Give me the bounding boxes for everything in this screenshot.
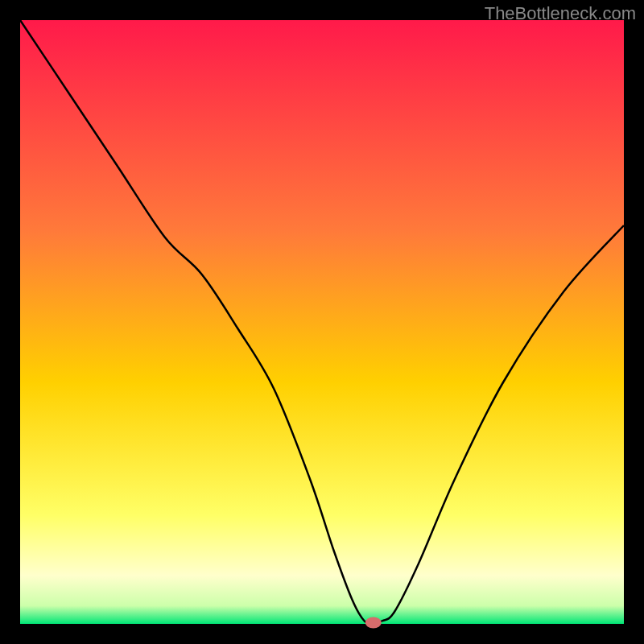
- bottleneck-chart: TheBottleneck.com: [0, 0, 644, 644]
- optimal-point-marker: [365, 617, 382, 629]
- plot-background: [20, 20, 624, 624]
- watermark-text: TheBottleneck.com: [485, 3, 636, 24]
- chart-svg: [0, 0, 644, 644]
